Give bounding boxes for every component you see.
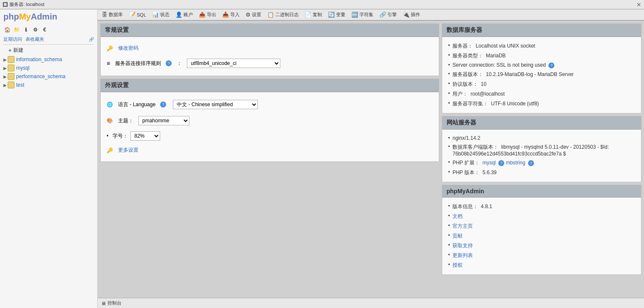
homepage-link[interactable]: 官方主页 [452,223,473,230]
appearance-settings-header: 外观设置 [101,79,439,92]
right-panel: 数据库服务器 服务器： Localhost via UNIX socket 服务… [442,23,641,295]
toolbar-btn-变量[interactable]: 🔄变量 [325,10,348,19]
toolbar-btn-导入[interactable]: 📥导入 [220,10,242,19]
toolbar-label-2: 状态 [160,11,169,18]
language-row: 🌐 语言 - Language ? 中文 - Chinese simplifie… [107,96,433,113]
key-icon: 🔑 [107,45,113,51]
window-icon: 🔲 [3,2,8,7]
list-item: 数据库客户端版本： libmysql - mysqlnd 5.0.11-dev … [448,142,635,158]
sidebar-item-performance_schema[interactable]: ▶ performance_schema [0,72,97,81]
db-name-label: information_schema [16,57,62,62]
general-settings-title: 常规设置 [105,26,129,33]
bottom-bar: 🖥 控制台 [98,298,644,308]
panels-container: 常规设置 🔑 修改密码 ≡ 服务器连接排序规则 ? ： [98,21,644,298]
toolbar-label-3: 账户 [184,11,193,18]
sidebar-item-mysql[interactable]: ▶ mysql [0,64,97,72]
web-server-list: nginx/1.14.2 数据库客户端版本： libmysql - mysqln… [448,134,635,178]
expand-icon: ▶ [3,57,7,62]
currency-icon[interactable]: € [41,26,48,34]
sidebar-item-information_schema[interactable]: ▶ information_schema [0,55,97,64]
db-name-label: mysql [16,65,29,71]
sidebar: phpMyAdmin 🏠 📁 ℹ ⚙ € 近期访问 表收藏夹 🔗 + 新建 ▶ … [0,9,98,308]
mbstring-link[interactable]: mbstring [506,160,525,166]
toolbar-icon-8: 📄 [305,11,311,18]
sidebar-links: 近期访问 表收藏夹 🔗 [0,35,97,43]
fontsize-select[interactable]: 82% [130,131,160,141]
toolbar-btn-引擎[interactable]: 🔗引擎 [377,10,399,19]
phpmyadmin-title: phpMyAdmin [446,188,484,195]
toolbar-btn-设置[interactable]: ⚙设置 [243,10,264,19]
phpmyadmin-section: phpMyAdmin 版本信息： 4.8.1 文档 官方主页 贡献 获取支持 更… [442,185,641,275]
list-item: 获取支持 [448,241,635,251]
collation-select[interactable]: utf8mb4_unicode_ci [187,59,280,68]
more-settings-link[interactable]: 更多设置 [118,147,138,154]
fontsize-row: • 字号： 82% [107,129,433,143]
mbstring-help-badge[interactable]: ? [528,160,534,166]
sidebar-item-test[interactable]: ▶ test [0,81,97,89]
ssl-help-badge[interactable]: ? [548,62,554,68]
theme-select[interactable]: pmahomme [138,116,189,125]
web-server-section: 网站服务器 nginx/1.14.2 数据库客户端版本： libmysql - … [442,116,641,182]
toolbar-btn-数据库[interactable]: 🗄数据库 [99,10,125,19]
toolbar-btn-SQL[interactable]: 📝SQL [126,10,149,19]
mysql-link[interactable]: mysql [483,160,496,166]
changelog-link[interactable]: 更新列表 [452,252,473,259]
close-button[interactable]: ✕ [636,1,641,8]
settings-icon[interactable]: ⚙ [31,26,39,34]
toolbar-label-10: 字符集 [359,11,373,18]
license-link[interactable]: 授权 [452,262,463,269]
db-server-section: 数据库服务器 服务器： Localhost via UNIX socket 服务… [442,23,641,113]
appearance-settings-body: 🌐 语言 - Language ? 中文 - Chinese simplifie… [101,92,439,161]
home-icon[interactable]: 🏠 [3,26,11,34]
toolbar-btn-二进制日志[interactable]: 📋二进制日志 [265,10,301,19]
collation-separator: ： [177,60,182,67]
phpmyadmin-list: 版本信息： 4.8.1 文档 官方主页 贡献 获取支持 更新列表 授权 [448,202,635,270]
toolbar-label-0: 数据库 [109,11,123,18]
toolbar-icon-9: 🔄 [328,11,335,18]
toolbar-btn-插件[interactable]: 🔌插件 [400,10,423,19]
window-title: 服务器: localhost [9,1,636,8]
logo-admin: Admin [31,12,57,21]
more-settings-row: 🔑 更多设置 [107,143,433,157]
language-select[interactable]: 中文 - Chinese simplified [173,100,258,109]
list-item: 服务器： Localhost via UNIX socket [448,41,635,51]
db-name-label: test [16,82,24,88]
toolbar-btn-状态[interactable]: 📊状态 [150,10,172,19]
change-password-link[interactable]: 修改密码 [118,45,138,52]
list-item: 贡献 [448,231,635,241]
list-item: 更新列表 [448,251,635,260]
console-icon: 🖥 [101,301,106,306]
toolbar-icon-11: 🔗 [379,11,386,18]
recent-visits-link[interactable]: 近期访问 [3,36,22,42]
expand-icon: ▶ [3,66,7,71]
support-link[interactable]: 获取支持 [452,242,473,249]
title-bar: 🔲 服务器: localhost ✕ [0,0,644,9]
db-folder-icon [8,73,14,80]
phpmyadmin-body: 版本信息： 4.8.1 文档 官方主页 贡献 获取支持 更新列表 授权 [442,198,641,274]
list-item: 协议版本： 10 [448,79,635,89]
toolbar-btn-字符集[interactable]: 🔤字符集 [349,10,376,19]
contribute-link[interactable]: 贡献 [452,232,463,240]
logo-text: phpMyAdmin [3,12,57,22]
general-settings-section: 常规设置 🔑 修改密码 ≡ 服务器连接排序规则 ? ： [100,23,439,76]
web-server-header: 网站服务器 [442,116,641,130]
toolbar-btn-账户[interactable]: 👤账户 [173,10,195,19]
language-help-badge[interactable]: ? [160,102,166,107]
new-database-button[interactable]: + 新建 [0,45,97,55]
favorites-link[interactable]: 表收藏夹 [25,36,44,42]
link-icon[interactable]: 🔗 [89,37,94,42]
toolbar-label-11: 引擎 [387,11,397,18]
toolbar-icon-12: 🔌 [403,11,410,18]
toolbar-label-1: SQL [137,12,146,17]
toolbar-btn-导出[interactable]: 📤导出 [196,10,219,19]
info-icon[interactable]: ℹ [22,26,30,34]
collation-help-badge[interactable]: ? [166,60,172,66]
db-server-body: 服务器： Localhost via UNIX socket 服务器类型： Ma… [442,37,641,113]
phpmyadmin-header: phpMyAdmin [442,185,641,198]
toolbar-btn-复制[interactable]: 📄复制 [302,10,325,19]
mysql-help-badge[interactable]: ? [498,160,504,166]
list-item: 服务器字符集： UTF-8 Unicode (utf8) [448,99,635,109]
docs-link[interactable]: 文档 [452,213,463,220]
toolbar-label-8: 复制 [313,11,322,18]
db-icon[interactable]: 📁 [13,26,20,34]
